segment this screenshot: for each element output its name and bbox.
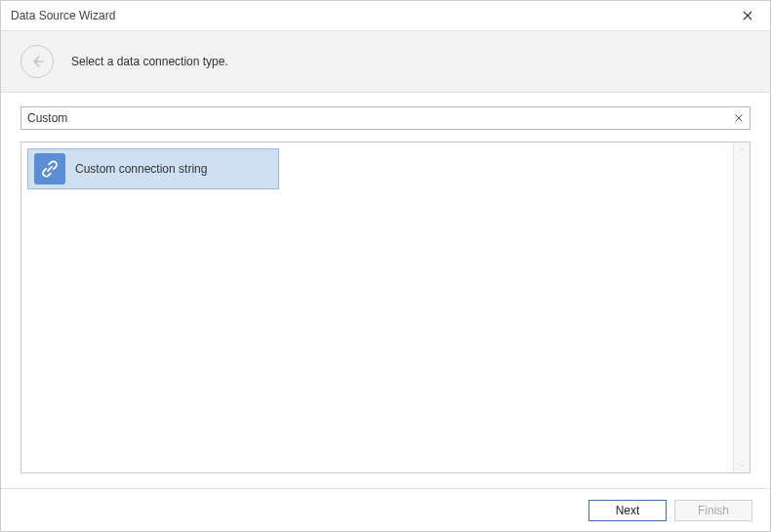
next-button[interactable]: Next	[588, 500, 667, 521]
connection-type-label: Custom connection string	[75, 162, 207, 176]
list-body: Custom connection string	[21, 143, 733, 472]
close-icon	[743, 11, 752, 20]
clear-search-button[interactable]	[731, 110, 747, 126]
wizard-header: Select a data connection type.	[1, 30, 770, 93]
connection-type-tile-custom[interactable]: Custom connection string	[27, 148, 279, 189]
finish-button: Finish	[674, 500, 752, 521]
wizard-content: Custom connection string	[1, 93, 770, 483]
back-button[interactable]	[20, 45, 54, 78]
chevron-down-icon	[737, 460, 747, 470]
search-input[interactable]	[20, 106, 751, 130]
connection-type-list: Custom connection string	[20, 142, 751, 473]
close-icon	[735, 114, 743, 122]
titlebar: Data Source Wizard	[1, 1, 770, 30]
wizard-footer: Next Finish	[1, 488, 770, 531]
chevron-up-icon	[737, 145, 747, 155]
search-row	[20, 106, 751, 130]
close-button[interactable]	[733, 2, 762, 29]
arrow-left-icon	[29, 54, 45, 69]
link-icon	[34, 153, 65, 184]
wizard-instruction: Select a data connection type.	[71, 55, 228, 68]
list-scrollbar[interactable]	[733, 143, 750, 472]
window-title: Data Source Wizard	[11, 9, 115, 22]
